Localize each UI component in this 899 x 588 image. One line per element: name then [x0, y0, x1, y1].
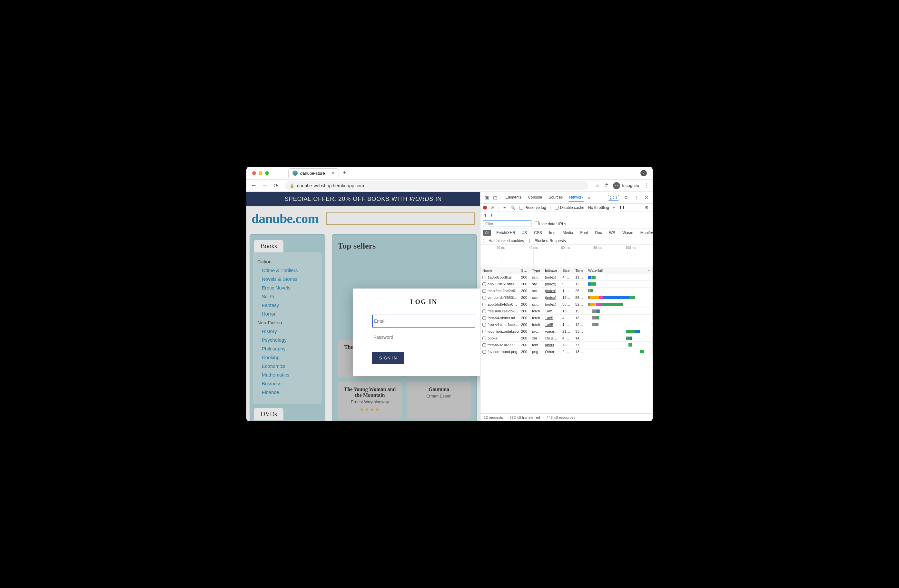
type-filter[interactable]: WS — [607, 230, 617, 236]
row-checkbox[interactable] — [482, 330, 486, 333]
initiator-link[interactable]: about:cl… — [545, 343, 561, 347]
network-row[interactable]: free-v4-shims.mi…200fetch1a858c…4.6…13… — [480, 315, 653, 321]
column-header[interactable]: Waterfall▲ — [586, 267, 653, 274]
kebab-menu-icon[interactable]: ⋮ — [644, 182, 649, 188]
type-filter[interactable]: Img — [547, 230, 558, 236]
column-header[interactable]: Name — [480, 267, 519, 274]
row-checkbox[interactable] — [482, 350, 486, 353]
search-icon[interactable]: 🔍 — [510, 205, 515, 210]
network-row[interactable]: free-v4-font-face.…200fetch1a858c…1.7…12… — [480, 321, 653, 328]
network-row[interactable]: free.min.css?tok…200fetch1a858c…13.…15… — [480, 308, 653, 315]
row-checkbox[interactable] — [482, 296, 486, 299]
type-filter[interactable]: All — [483, 230, 491, 236]
type-filter[interactable]: Fetch/XHR — [494, 230, 517, 236]
filter-input[interactable] — [483, 221, 531, 227]
minimize-window[interactable] — [259, 171, 263, 175]
initiator-link[interactable]: (index) — [545, 302, 556, 306]
close-devtools-icon[interactable]: ✕ — [643, 195, 650, 200]
row-checkbox[interactable] — [482, 323, 486, 327]
close-window[interactable] — [252, 171, 256, 175]
initiator-link[interactable]: (index) — [545, 296, 556, 299]
record-button[interactable] — [483, 206, 487, 210]
network-settings-gear-icon[interactable]: ⚙ — [643, 205, 650, 210]
row-checkbox[interactable] — [482, 343, 486, 347]
email-field[interactable] — [372, 315, 475, 327]
table-header[interactable]: NameSt…TypeInitiatorSizeTimeWaterfall▲ — [480, 267, 653, 274]
initiator-link[interactable]: xhr.js:178 — [545, 336, 561, 340]
row-checkbox[interactable] — [482, 289, 486, 293]
forward-icon[interactable]: → — [261, 182, 268, 189]
devtools-tab-elements[interactable]: Elements — [505, 193, 522, 202]
column-header[interactable]: Size — [561, 267, 573, 274]
initiator-link[interactable]: 1a858c… — [545, 309, 561, 313]
back-icon[interactable]: ← — [250, 182, 257, 189]
column-header[interactable]: Initiator — [543, 267, 561, 274]
reload-icon[interactable]: ⟳ — [272, 182, 279, 189]
type-filter[interactable]: JS — [521, 230, 529, 236]
address-field[interactable]: 🔒 danube-webshop.herokuapp.com — [285, 181, 588, 190]
initiator-link[interactable]: Other — [545, 350, 554, 353]
type-filter[interactable]: Font — [578, 230, 590, 236]
inspect-icon[interactable]: ▣ — [483, 195, 490, 200]
network-row[interactable]: 1a858c55db.js200script(index)4.4…11… — [480, 274, 653, 281]
filter-funnel-icon[interactable]: ⏷ — [503, 205, 507, 210]
device-icon[interactable]: ▢ — [491, 195, 499, 200]
close-tab-icon[interactable]: ✕ — [331, 171, 335, 176]
network-row[interactable]: app.5bd54d5a0…200script(index)38…52… — [480, 301, 653, 308]
initiator-link[interactable]: (index) — [545, 275, 556, 279]
disable-cache-checkbox[interactable]: Disable cache — [555, 205, 584, 210]
initiator-link[interactable]: (index) — [545, 282, 556, 286]
network-row[interactable]: manifest.2ae2e6…200script(index)1.2…25… — [480, 287, 653, 294]
throttling-caret-icon[interactable]: ▾ — [613, 205, 615, 210]
row-checkbox[interactable] — [482, 309, 486, 313]
settings-gear-icon[interactable]: ⚙ — [623, 195, 629, 200]
clear-icon[interactable]: ⊘ — [491, 205, 494, 210]
upload-har-icon[interactable]: ⬆ — [483, 213, 487, 218]
hide-data-urls-checkbox[interactable]: Hide data URLs — [534, 221, 566, 226]
row-checkbox[interactable] — [482, 303, 486, 306]
signin-button[interactable]: SIGN IN — [372, 352, 404, 364]
network-row[interactable]: logo-horizontal.svg200sv…vue.es…21.…33… — [480, 328, 653, 335]
devtools-tab-console[interactable]: Console — [527, 193, 543, 202]
column-header[interactable]: Time — [573, 267, 586, 274]
network-row[interactable]: free-fa-solid-900…200fontabout:cl…78.…77… — [480, 342, 653, 349]
initiator-link[interactable]: (index) — [545, 289, 556, 293]
star-icon[interactable]: ☆ — [595, 182, 599, 188]
profile-menu-icon[interactable]: ⌄ — [640, 170, 647, 176]
more-tabs-icon[interactable]: » — [585, 195, 592, 200]
column-header[interactable]: Type — [530, 267, 543, 274]
type-filter[interactable]: Doc — [593, 230, 604, 236]
row-checkbox[interactable] — [482, 282, 486, 286]
type-filter[interactable]: Manifest — [638, 230, 653, 236]
network-row[interactable]: books200xhrxhr.js:1784.3…14… — [480, 335, 653, 342]
type-filter[interactable]: CSS — [532, 230, 544, 236]
maximize-window[interactable] — [265, 171, 269, 175]
extension-icon[interactable]: ⚗ — [604, 182, 609, 188]
type-filter[interactable]: Media — [561, 230, 575, 236]
devtools-tab-network[interactable]: Network — [568, 193, 584, 202]
browser-tab[interactable]: danube-store ✕ — [288, 168, 339, 177]
wifi-icon[interactable]: ⬆⬇ — [619, 205, 625, 210]
network-row[interactable]: favicon-round.png200pngOther2.2…13… — [480, 349, 653, 355]
issues-badge[interactable]: 💬1 — [608, 195, 619, 201]
devtools-kebab-icon[interactable]: ⋮ — [633, 195, 640, 200]
network-row[interactable]: vendor.dcf85801…200script(index)19…85… — [480, 294, 653, 301]
download-har-icon[interactable]: ⬇ — [490, 213, 493, 218]
row-checkbox[interactable] — [482, 336, 486, 340]
password-field[interactable] — [372, 332, 475, 343]
blocked-requests-checkbox[interactable]: Blocked Requests — [529, 239, 566, 243]
initiator-link[interactable]: 1a858c… — [545, 323, 561, 327]
preserve-log-checkbox[interactable]: Preserve log — [519, 205, 546, 210]
row-checkbox[interactable] — [482, 316, 486, 320]
row-checkbox[interactable] — [482, 276, 486, 279]
column-header[interactable]: St… — [519, 267, 530, 274]
throttling-select[interactable]: No throttling — [588, 205, 609, 210]
network-timeline[interactable]: 20 ms40 ms60 ms80 ms100 ms — [480, 245, 653, 267]
type-filter[interactable]: Wasm — [620, 230, 635, 236]
has-blocked-cookies-checkbox[interactable]: Has blocked cookies — [483, 239, 524, 243]
initiator-link[interactable]: vue.es… — [545, 329, 559, 333]
new-tab-button[interactable]: + — [343, 170, 346, 176]
initiator-link[interactable]: 1a858c… — [545, 316, 561, 320]
devtools-tab-sources[interactable]: Sources — [548, 193, 563, 202]
network-row[interactable]: app.170c518fd3…200styl…(index)9.0…12… — [480, 281, 653, 287]
